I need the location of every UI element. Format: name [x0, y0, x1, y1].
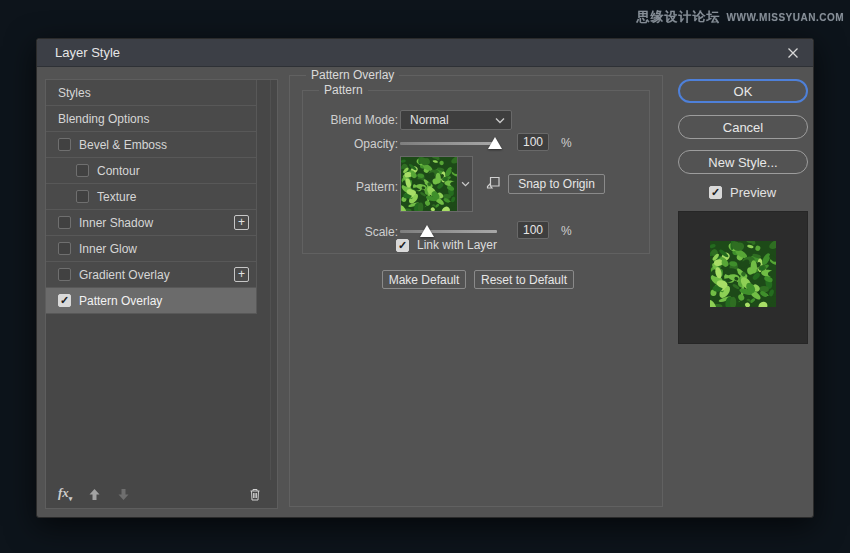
- scale-slider-thumb[interactable]: [420, 225, 434, 237]
- effects-list: Styles Blending Options Bevel & Emboss C…: [46, 80, 257, 314]
- sidebar-item-label: Contour: [97, 164, 140, 178]
- link-with-layer-control[interactable]: Link with Layer: [396, 238, 497, 252]
- move-effect-up-button[interactable]: [88, 488, 101, 501]
- panel-group-title: Pattern Overlay: [306, 68, 399, 82]
- trash-icon: [248, 487, 262, 502]
- watermark-url-text: WWW.MISSYUAN.COM: [727, 12, 844, 23]
- link-with-layer-label: Link with Layer: [417, 238, 497, 252]
- dialog-titlebar[interactable]: Layer Style: [37, 39, 813, 67]
- pattern-label: Pattern:: [303, 180, 398, 194]
- pattern-overlay-panel: Pattern Overlay Pattern Blend Mode: Norm…: [289, 75, 663, 507]
- reset-to-default-button[interactable]: Reset to Default: [474, 270, 574, 289]
- sidebar-item-styles[interactable]: Styles: [46, 80, 256, 106]
- move-effect-down-button[interactable]: [117, 488, 130, 501]
- sidebar-item-label: Bevel & Emboss: [79, 138, 167, 152]
- sidebar-item-label: Inner Glow: [79, 242, 137, 256]
- add-inner-shadow-button[interactable]: +: [234, 215, 249, 230]
- sidebar-item-label: Gradient Overlay: [79, 268, 170, 282]
- ok-button[interactable]: OK: [678, 79, 808, 103]
- opacity-slider-track[interactable]: [400, 142, 497, 145]
- close-icon: [787, 47, 799, 59]
- watermark-chinese-text: 思缘设计论坛: [637, 8, 721, 26]
- scale-value-input[interactable]: 100: [517, 221, 549, 239]
- sidebar-item-label: Pattern Overlay: [79, 294, 162, 308]
- opacity-label: Opacity:: [303, 137, 398, 151]
- bevel-emboss-checkbox[interactable]: [58, 138, 71, 151]
- sidebar-item-inner-glow[interactable]: Inner Glow: [46, 236, 256, 262]
- effects-sidebar: Styles Blending Options Bevel & Emboss C…: [45, 79, 278, 509]
- add-gradient-overlay-button[interactable]: +: [234, 267, 249, 282]
- sidebar-item-inner-shadow[interactable]: Inner Shadow +: [46, 210, 256, 236]
- preview-checkbox[interactable]: [709, 186, 722, 199]
- new-pattern-preset-button[interactable]: [485, 174, 502, 191]
- fx-menu-button[interactable]: fx▾: [58, 485, 72, 503]
- pattern-subgroup-title: Pattern: [319, 83, 368, 97]
- sidebar-item-label: Blending Options: [58, 112, 149, 126]
- delete-effect-button[interactable]: [248, 487, 262, 502]
- style-preview-panel: [678, 211, 808, 344]
- dialog-title: Layer Style: [37, 45, 120, 60]
- pattern-overlay-checkbox[interactable]: [58, 294, 71, 307]
- sidebar-item-gradient-overlay[interactable]: Gradient Overlay +: [46, 262, 256, 288]
- opacity-value-input[interactable]: 100: [517, 133, 549, 151]
- cancel-button[interactable]: Cancel: [678, 115, 808, 139]
- snap-to-origin-button[interactable]: Snap to Origin: [508, 174, 605, 194]
- arrow-down-icon: [117, 488, 130, 501]
- pattern-thumbnail[interactable]: [401, 157, 457, 211]
- sidebar-scrollbar[interactable]: [270, 80, 271, 480]
- site-watermark: 思缘设计论坛 WWW.MISSYUAN.COM: [637, 8, 844, 26]
- sidebar-item-contour[interactable]: Contour: [46, 158, 256, 184]
- sidebar-item-bevel-emboss[interactable]: Bevel & Emboss: [46, 132, 256, 158]
- layer-style-dialog: Layer Style Styles Blending Options Beve…: [36, 38, 814, 518]
- sidebar-item-label: Inner Shadow: [79, 216, 153, 230]
- scale-slider-track[interactable]: [400, 230, 497, 233]
- sidebar-item-blending-options[interactable]: Blending Options: [46, 106, 256, 132]
- arrow-up-icon: [88, 488, 101, 501]
- close-button[interactable]: [783, 43, 803, 63]
- pattern-picker[interactable]: [400, 156, 473, 212]
- pattern-picker-dropdown[interactable]: [457, 157, 472, 211]
- blend-mode-value: Normal: [401, 113, 495, 127]
- new-preset-icon: [485, 174, 502, 191]
- new-style-button[interactable]: New Style...: [678, 150, 808, 174]
- style-preview-thumbnail: [710, 241, 776, 307]
- inner-shadow-checkbox[interactable]: [58, 216, 71, 229]
- opacity-unit: %: [561, 136, 572, 150]
- inner-glow-checkbox[interactable]: [58, 242, 71, 255]
- sidebar-item-label: Texture: [97, 190, 136, 204]
- texture-checkbox[interactable]: [76, 190, 89, 203]
- contour-checkbox[interactable]: [76, 164, 89, 177]
- blend-mode-select[interactable]: Normal: [400, 110, 512, 130]
- gradient-overlay-checkbox[interactable]: [58, 268, 71, 281]
- blend-mode-label: Blend Mode:: [303, 113, 398, 127]
- sidebar-item-texture[interactable]: Texture: [46, 184, 256, 210]
- preview-label: Preview: [730, 185, 776, 200]
- scale-unit: %: [561, 224, 572, 238]
- make-default-button[interactable]: Make Default: [382, 270, 466, 289]
- sidebar-item-label: Styles: [58, 86, 91, 100]
- scale-label: Scale:: [303, 225, 398, 239]
- sidebar-item-pattern-overlay[interactable]: Pattern Overlay: [46, 288, 256, 314]
- chevron-down-icon: [495, 117, 511, 124]
- opacity-slider-thumb[interactable]: [488, 137, 502, 149]
- link-with-layer-checkbox[interactable]: [396, 239, 409, 252]
- chevron-down-icon: [461, 181, 470, 187]
- preview-control[interactable]: Preview: [709, 185, 776, 200]
- effects-toolbar: fx▾: [46, 480, 277, 508]
- pattern-settings-group: Pattern Blend Mode: Normal Opacity: 100 …: [302, 90, 650, 254]
